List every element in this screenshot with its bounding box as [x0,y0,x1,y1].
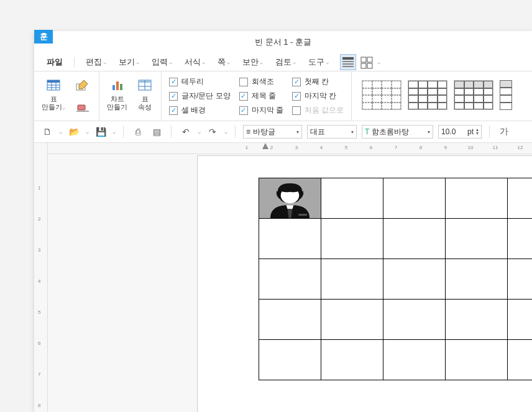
table-cell[interactable] [321,340,383,380]
page-area[interactable]: 1 2 3 4 5 6 7 8 9 10 11 12 [48,143,532,412]
chevron-down-icon[interactable]: ⌵ [224,129,227,135]
menu-edit[interactable]: 편집⌵ [81,54,111,70]
table-row[interactable] [259,259,533,300]
redo-button[interactable]: ↷ [206,125,219,139]
chart-icon [109,76,126,94]
table-cell[interactable] [508,300,533,340]
table-cell[interactable] [383,300,446,340]
chevron-down-icon: ⌵ [326,59,329,65]
table-cell[interactable] [383,219,446,259]
save-icon: 💾 [96,127,106,137]
table-draw-button[interactable] [71,75,94,94]
chevron-down-icon: ▾ [296,129,299,135]
new-doc-button[interactable]: 🗋 [40,125,54,139]
font-size-combo[interactable]: 10.0pt▴▾ [438,125,482,139]
table-cell[interactable] [508,340,533,380]
ruler-horizontal[interactable]: 1 2 3 4 5 6 7 8 9 10 11 12 [48,143,532,154]
table-insert-button[interactable]: 표만들기⌵ [39,75,68,112]
table-cell[interactable] [446,340,508,380]
table-cell[interactable] [383,178,446,219]
table-cell[interactable] [321,178,383,219]
view-opt-header[interactable] [340,54,356,70]
check-last-row[interactable]: ✓마지막 줄 [239,105,283,116]
table-style-partial[interactable] [500,80,512,110]
check-char-para[interactable]: ✓글자/문단 모양 [169,91,231,101]
font-more-button[interactable]: 가 [497,125,511,139]
menu-page[interactable]: 쪽⌵ [213,54,235,70]
toolbar-sep [171,126,172,138]
open-button[interactable]: 📂 [67,125,81,139]
table-cell[interactable] [508,259,533,300]
app-icon-tab[interactable]: 훈 [34,30,53,43]
table-cell[interactable] [259,300,321,340]
menu-format[interactable]: 서식⌵ [180,54,210,70]
ruler-vertical[interactable]: 1 2 3 4 5 6 7 8 [34,143,48,412]
chevron-down-icon[interactable]: ⌵ [377,59,380,65]
para-style-icon: ≡ [246,127,250,136]
view-opt-grid[interactable] [359,54,375,70]
table-cell[interactable] [321,259,383,300]
table-erase-button[interactable] [71,98,94,116]
table-cell[interactable] [259,259,321,300]
table-cell[interactable] [383,340,446,380]
document-page[interactable] [197,155,532,412]
chevron-down-icon: ▾ [351,129,354,135]
checkbox-icon: ✓ [292,92,301,101]
ribbon-group-chart: 차트만들기 표속성 [99,71,162,121]
preview-icon: ▤ [153,127,161,137]
para-style-combo[interactable]: ≡바탕글▾ [243,125,302,139]
check-cell-bg[interactable]: ✓셀 배경 [169,105,231,116]
check-border[interactable]: ✓테두리 [169,76,231,87]
table-cell[interactable] [446,219,508,259]
chart-button[interactable]: 차트만들기 [104,75,130,112]
undo-button[interactable]: ↶ [179,125,193,139]
svg-rect-9 [47,80,60,83]
save-button[interactable]: 💾 [94,125,108,139]
menu-input[interactable]: 입력⌵ [147,54,177,70]
table-row[interactable] [259,219,533,259]
chevron-down-icon: ⌵ [293,59,296,65]
table-prop-button[interactable]: 표속성 [134,75,156,112]
menu-file[interactable]: 파일 [42,54,68,70]
table-style-dashed[interactable] [362,80,401,110]
chevron-down-icon[interactable]: ⌵ [86,129,89,135]
table-row[interactable] [259,178,533,219]
table-cell[interactable] [508,219,533,259]
table-row[interactable] [259,340,533,380]
check-first-col[interactable]: ✓첫째 칸 [292,76,344,87]
chevron-down-icon[interactable]: ⌵ [112,129,116,135]
menu-tools[interactable]: 도구⌵ [303,54,334,70]
print-preview-button[interactable]: ▤ [150,125,163,139]
table-cell[interactable] [383,259,446,300]
undo-icon: ↶ [182,127,190,137]
table-cell[interactable] [321,219,383,259]
table-style-solid[interactable] [408,80,447,110]
table-cell[interactable] [446,178,508,219]
table-cell[interactable] [321,300,383,340]
font-combo[interactable]: T함초롬바탕▾ [362,125,433,139]
checkbox-icon: ✓ [239,106,248,115]
table-cell[interactable] [508,178,533,219]
table-style-header[interactable] [454,80,493,110]
table-cell[interactable] [259,219,321,259]
font-icon: T [365,127,369,136]
table-row[interactable] [259,300,533,340]
check-title-row[interactable]: ✓제목 줄 [239,91,283,101]
table-cell[interactable] [259,340,321,380]
print-button[interactable]: ⎙ [131,125,145,139]
menu-bar: 파일 편집⌵ 보기⌵ 입력⌵ 서식⌵ 쪽⌵ 보안⌵ 검토⌵ 도구⌵ ⌵ [34,53,532,71]
table-cell[interactable] [446,259,508,300]
check-gray[interactable]: ✓회색조 [239,76,283,87]
document-table[interactable] [259,178,532,380]
rep-combo[interactable]: 대표▾ [307,125,357,139]
menu-view[interactable]: 보기⌵ [114,54,144,70]
menu-review[interactable]: 검토⌵ [270,54,301,70]
check-last-col[interactable]: ✓마지막 칸 [292,91,344,101]
chevron-down-icon[interactable]: ⌵ [59,129,62,135]
svg-rect-15 [78,105,85,110]
menu-security[interactable]: 보안⌵ [237,54,268,70]
indent-marker[interactable] [262,143,268,149]
table-cell[interactable] [446,300,508,340]
chevron-down-icon[interactable]: ⌵ [198,129,201,135]
table-cell-avatar[interactable] [259,178,321,219]
